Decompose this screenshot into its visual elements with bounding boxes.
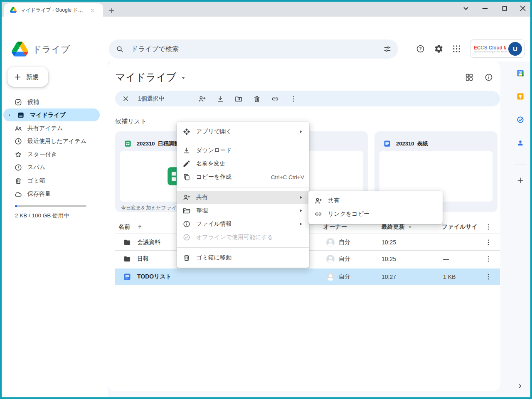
submenu-arrow-icon [298, 221, 304, 227]
expand-caret-icon[interactable] [7, 113, 12, 117]
folder-icon [123, 255, 131, 263]
share-person-add-icon [314, 197, 323, 205]
sidebar-item-suggestions[interactable]: 候補 [3, 96, 100, 108]
offline-check-icon [182, 233, 191, 241]
window-minimize-icon[interactable] [480, 4, 490, 13]
sort-descending-caret-icon [407, 224, 413, 230]
settings-gear-icon[interactable] [434, 44, 443, 54]
sidebar-item-trash[interactable]: ゴミ箱 [3, 174, 100, 187]
file-row-selected[interactable]: TODOリスト 自分 10:27 1 KB [115, 268, 500, 285]
storage-used-label: 2 KB / 100 GB 使用中 [15, 212, 69, 219]
submenu-item-share[interactable]: 共有 [308, 194, 443, 207]
column-options-icon[interactable] [484, 223, 493, 231]
sidebar-item-storage[interactable]: 保存容量 [3, 187, 100, 200]
column-header-size[interactable]: ファイルサイズ [442, 220, 478, 234]
help-icon[interactable] [416, 44, 425, 54]
copy-link-icon [314, 210, 323, 218]
search-options-tune-icon[interactable] [383, 45, 392, 53]
menu-item-download[interactable]: ダウンロード [177, 144, 309, 157]
tab-search-chevron-icon[interactable] [461, 4, 470, 13]
owner-avatar-icon [325, 254, 335, 264]
move-to-folder-icon[interactable] [234, 95, 243, 103]
sidebar-item-label: 共有アイテム [27, 125, 63, 132]
show-side-panel-chevron-icon[interactable] [517, 383, 523, 389]
file-owner: 自分 [339, 251, 350, 267]
window-close-icon[interactable] [518, 4, 527, 13]
row-more-icon[interactable] [484, 273, 493, 281]
browser-tab[interactable]: マイドライブ - Google ドライブ [4, 3, 103, 17]
new-button[interactable]: 新規 [7, 67, 48, 87]
menu-item-move-to-trash[interactable]: ゴミ箱に移動 [177, 251, 309, 264]
sidebar-item-my-drive[interactable]: マイドライブ [3, 108, 100, 121]
drive-app-name: ドライブ [32, 43, 70, 56]
contacts-panel-icon[interactable] [516, 139, 525, 147]
plus-icon [13, 73, 22, 81]
storage-progress-fill [15, 205, 17, 207]
people-icon [14, 124, 22, 133]
account-badge[interactable]: ECCS Cloud Mail Information Technology C… [470, 39, 525, 58]
details-info-icon[interactable] [484, 73, 493, 82]
new-tab-icon[interactable] [108, 7, 115, 14]
sidebar-item-starred[interactable]: スター付き [3, 148, 100, 161]
window-maximize-icon[interactable] [500, 4, 509, 13]
page-title-dropdown[interactable]: マイドライブ [115, 71, 186, 84]
sidebar-item-label: 最近使用したアイテム [27, 138, 86, 145]
sidebar-item-label: スパム [27, 164, 45, 171]
file-size: — [443, 234, 449, 251]
page-title: マイドライブ [115, 71, 176, 84]
row-more-icon[interactable] [484, 255, 493, 263]
menu-item-organize[interactable]: 整理 [177, 204, 309, 217]
suggestions-check-icon [14, 98, 22, 106]
sidebar-item-recent[interactable]: 最近使用したアイテム [3, 135, 100, 148]
info-icon [182, 220, 191, 228]
copy-link-icon[interactable] [271, 95, 279, 103]
share-person-add-icon[interactable] [198, 95, 206, 103]
menu-item-rename[interactable]: 名前を変更 [177, 157, 309, 170]
browser-toolbar: drive.google.com/drive/my-drive U [2, 17, 530, 37]
share-submenu: 共有 リンクをコピー [308, 191, 443, 224]
drive-search-bar[interactable]: ドライブで検索 [109, 39, 398, 59]
tasks-panel-icon[interactable] [516, 116, 525, 124]
add-addon-plus-icon[interactable] [516, 176, 525, 185]
view-layout-toggle-icon[interactable] [465, 73, 474, 82]
submenu-arrow-icon [298, 128, 304, 135]
drive-favicon-icon [10, 7, 17, 13]
sidebar-item-spam[interactable]: スパム [3, 161, 100, 174]
drive-header: ドライブ ドライブで検索 ECCS Cloud Mail Information… [2, 37, 530, 62]
search-input[interactable]: ドライブで検索 [131, 45, 376, 54]
tab-close-icon[interactable] [90, 7, 95, 13]
context-menu: アプリで開く ダウンロード 名前を変更 コピーを作成 Ctrl+C Ctrl+V… [177, 122, 309, 268]
menu-item-share[interactable]: 共有 [177, 191, 309, 204]
trash-icon[interactable] [253, 95, 261, 103]
tab-title: マイドライブ - Google ドライブ [20, 7, 86, 14]
spam-alert-icon [14, 163, 22, 172]
rename-pencil-icon [182, 160, 191, 168]
search-icon[interactable] [116, 45, 124, 53]
owner-avatar-icon [325, 237, 335, 247]
file-modified: 10:25 [382, 234, 396, 251]
menu-item-open-with[interactable]: アプリで開く [177, 125, 309, 138]
column-header-name[interactable]: 名前 [118, 220, 143, 234]
more-actions-icon[interactable] [289, 95, 298, 103]
download-icon[interactable] [216, 95, 224, 103]
open-with-icon [182, 128, 191, 136]
file-modified: 10:27 [382, 268, 396, 285]
docs-file-icon [383, 140, 391, 148]
menu-item-file-info[interactable]: ファイル情報 [177, 217, 309, 231]
menu-item-make-copy[interactable]: コピーを作成 Ctrl+C Ctrl+V [177, 170, 309, 184]
submenu-arrow-icon [298, 207, 304, 214]
my-drive-icon [17, 111, 25, 119]
cloud-icon [14, 190, 22, 198]
keep-panel-icon[interactable] [516, 92, 525, 101]
google-apps-grid-icon[interactable] [452, 44, 461, 54]
calendar-panel-icon[interactable] [516, 69, 525, 77]
clear-selection-icon[interactable] [122, 95, 130, 103]
selection-count: 1個選択中 [138, 95, 165, 103]
drive-account-avatar[interactable]: U [508, 42, 522, 56]
sidebar-item-shared-with-me[interactable]: 共有アイテム [3, 122, 100, 135]
row-more-icon[interactable] [484, 238, 493, 246]
menu-divider [177, 247, 309, 248]
submenu-item-copy-link[interactable]: リンクをコピー [308, 207, 443, 221]
drive-logo-icon[interactable] [12, 42, 28, 57]
suggestion-card-caption: 今日変更を加えたファイル [121, 204, 182, 212]
